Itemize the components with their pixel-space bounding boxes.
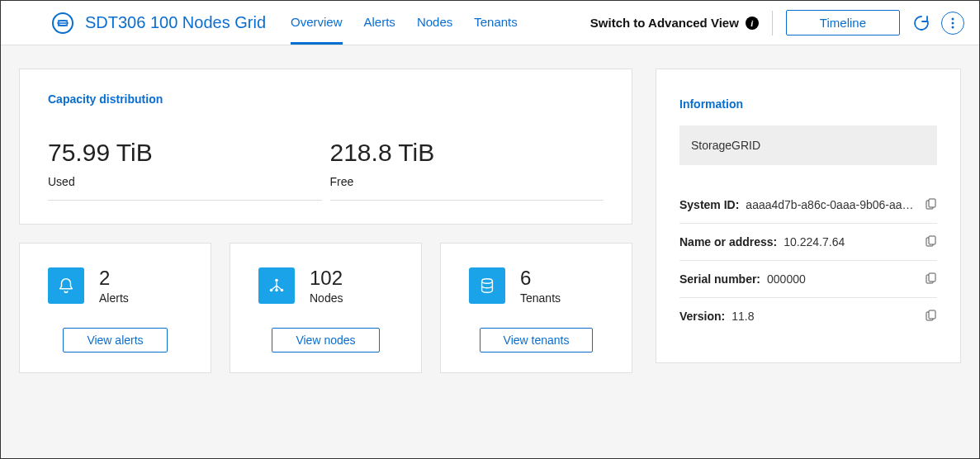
info-row-system-id: System ID: aaaa4d7b-a86c-0aaa-9b06-aaaa6… [679,187,937,224]
divider [772,11,773,35]
advanced-view-label: Switch to Advanced View [590,16,739,30]
copy-icon[interactable] [924,235,937,248]
svg-point-4 [275,279,278,282]
nodes-card: 102 Nodes View nodes [230,243,422,373]
tab-nodes[interactable]: Nodes [417,1,452,45]
product-name: StorageGRID [679,125,937,165]
info-row-version: Version: 11.8 [679,298,937,334]
capacity-title: Capacity distribution [48,92,604,106]
view-nodes-button[interactable]: View nodes [272,328,379,353]
svg-rect-10 [929,199,935,207]
info-value: 11.8 [731,310,917,323]
tenants-label: Tenants [520,291,561,305]
copy-icon[interactable] [924,272,937,286]
information-card: Information StorageGRID System ID: aaaa4… [656,69,961,363]
timeline-button[interactable]: Timeline [786,10,900,35]
tenants-card: 6 Tenants View tenants [440,243,632,373]
capacity-used-value: 75.99 TiB [48,139,322,167]
tab-alerts[interactable]: Alerts [364,1,395,45]
nodes-icon [258,267,295,304]
info-key: Serial number: [679,272,760,286]
info-row-address: Name or address: 10.224.7.64 [679,224,937,261]
database-icon [469,267,505,304]
nodes-value: 102 [310,267,343,290]
svg-point-3 [952,26,954,28]
info-value: 10.224.7.64 [784,235,917,248]
capacity-free-value: 218.8 TiB [330,139,604,167]
copy-icon[interactable] [924,310,937,323]
nodes-label: Nodes [310,291,343,305]
capacity-free-label: Free [330,175,604,188]
svg-rect-12 [929,236,935,244]
stats-row: 2 Alerts View alerts 102 Nodes View no [19,243,632,373]
tab-overview[interactable]: Overview [291,1,343,45]
svg-rect-14 [929,273,935,282]
tab-tenants[interactable]: Tenants [474,1,518,45]
alerts-card: 2 Alerts View alerts [19,243,211,373]
svg-point-8 [482,279,493,284]
info-value: aaaa4d7b-a86c-0aaa-9b06-aaaa6c4bff… [746,198,917,211]
info-key: System ID: [679,198,739,211]
switch-advanced-view[interactable]: Switch to Advanced View i [590,16,759,30]
refresh-icon[interactable] [910,12,933,35]
info-key: Name or address: [679,235,777,248]
view-alerts-button[interactable]: View alerts [63,328,167,353]
left-column: Capacity distribution 75.99 TiB Used 218… [19,69,632,373]
top-bar: SDT306 100 Nodes Grid Overview Alerts No… [1,1,979,45]
capacity-card: Capacity distribution 75.99 TiB Used 218… [19,69,632,225]
capacity-free: 218.8 TiB Free [330,139,604,201]
alerts-label: Alerts [99,291,129,305]
view-tenants-button[interactable]: View tenants [480,328,594,353]
bell-icon [48,267,84,304]
nav-tabs: Overview Alerts Nodes Tenants [291,1,518,45]
brand-icon [52,12,73,34]
capacity-used-label: Used [48,175,322,188]
svg-rect-16 [929,310,935,319]
capacity-used: 75.99 TiB Used [48,139,322,201]
tenants-value: 6 [520,267,561,290]
right-column: Information StorageGRID System ID: aaaa4… [656,69,961,373]
alerts-value: 2 [99,267,129,290]
info-value: 000000 [767,272,917,286]
info-row-serial: Serial number: 000000 [679,261,937,298]
svg-point-1 [952,17,954,20]
svg-point-2 [952,21,954,24]
copy-icon[interactable] [924,198,937,211]
content-area: Capacity distribution 75.99 TiB Used 218… [1,45,979,396]
info-icon: i [746,17,759,30]
grid-title: SDT306 100 Nodes Grid [85,13,266,32]
information-title: Information [679,97,937,111]
more-menu-icon[interactable] [941,12,964,35]
info-key: Version: [679,310,725,323]
